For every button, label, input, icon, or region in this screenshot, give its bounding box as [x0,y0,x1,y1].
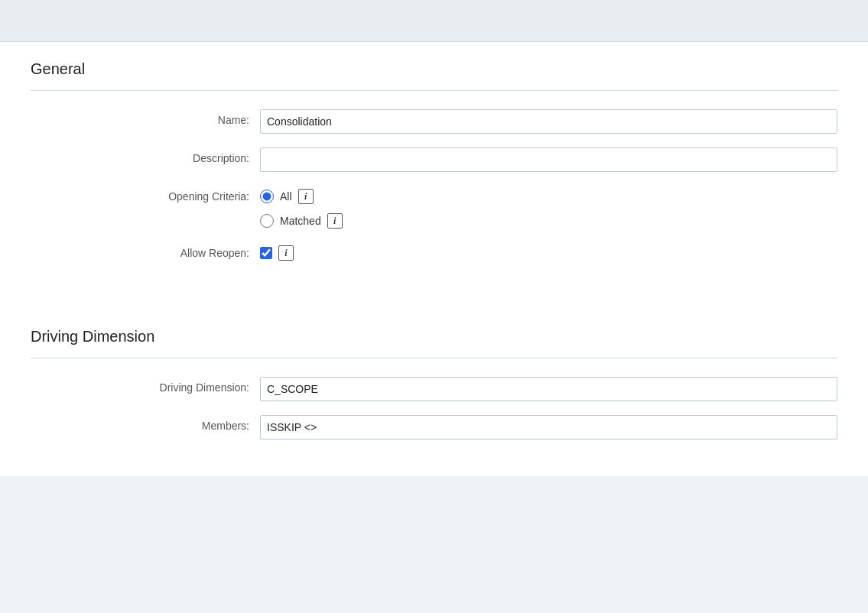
driving-dimension-title: Driving Dimension [31,328,837,345]
members-row: Members: [31,415,837,439]
allow-reopen-label: Allow Reopen: [31,242,260,259]
driving-dimension-row: Driving Dimension: [31,377,837,401]
info-icon-allow-reopen[interactable]: i [278,245,294,261]
info-icon-all[interactable]: i [298,189,314,204]
description-field-container [260,148,837,172]
radio-matched-label: Matched [280,215,321,227]
members-input[interactable] [260,415,837,439]
driving-dimension-input[interactable] [260,377,837,401]
members-field-container [260,415,837,439]
radio-all-label: All [280,190,292,203]
allow-reopen-checkbox-row: i [260,242,837,261]
description-row: Description: [31,148,837,172]
description-label: Description: [31,148,260,164]
name-row: Name: [31,109,837,134]
general-section-title: General [31,60,837,78]
allow-reopen-checkbox[interactable] [260,247,272,259]
page-content: General Name: Description: Opening Crite… [0,42,868,476]
driving-dimension-label: Driving Dimension: [31,377,260,394]
description-input[interactable] [260,148,837,172]
driving-dimension-field-container [260,377,837,401]
name-input[interactable] [260,109,837,134]
opening-criteria-label: Opening Criteria: [31,186,260,203]
radio-matched[interactable] [260,214,274,228]
driving-dimension-section: Driving Dimension Driving Dimension: Mem… [0,310,868,476]
radio-option-matched: Matched i [260,213,837,229]
members-label: Members: [31,415,260,432]
radio-all[interactable] [260,190,274,203]
opening-criteria-row: Opening Criteria: All i Matched i [31,186,837,229]
name-field-container [260,109,837,134]
top-bar [0,0,868,42]
radio-option-all: All i [260,189,837,204]
info-icon-matched[interactable]: i [327,213,343,229]
opening-criteria-options: All i Matched i [260,186,837,229]
general-divider [31,90,837,91]
radio-group-opening-criteria: All i Matched i [260,186,837,229]
allow-reopen-row: Allow Reopen: i [31,242,837,261]
name-label: Name: [31,109,260,126]
general-section: General Name: Description: Opening Crite… [0,42,868,297]
driving-dimension-divider [31,358,837,358]
allow-reopen-control: i [260,242,837,261]
